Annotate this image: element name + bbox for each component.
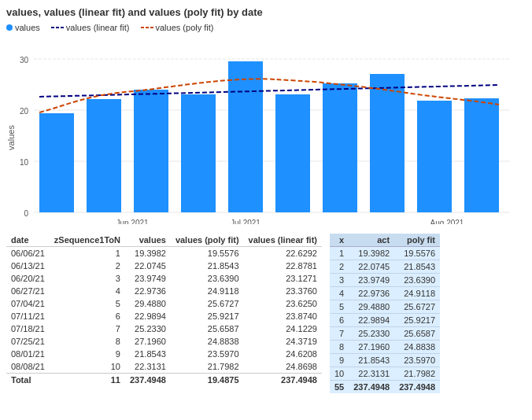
svg-text:0: 0 <box>24 209 28 218</box>
main-table-cell: 21.8543 <box>125 348 171 360</box>
main-table-cell: 22.0745 <box>125 260 171 272</box>
bar-1 <box>39 113 74 212</box>
main-table-cell: 23.3760 <box>244 285 322 297</box>
side-table-cell: 27.1960 <box>349 341 394 354</box>
bar-10 <box>464 98 499 212</box>
main-table-cell: 23.6390 <box>171 272 244 285</box>
svg-text:Aug 2021: Aug 2021 <box>430 219 464 224</box>
bar-5 <box>228 61 263 212</box>
side-table: x act poly fit 119.398219.5576222.074521… <box>330 234 440 393</box>
side-table-cell: 23.9749 <box>349 274 394 287</box>
side-table-cell: 22.9736 <box>349 287 394 300</box>
main-table-cell: 24.3719 <box>244 335 322 348</box>
main-table-cell: 8 <box>50 335 125 348</box>
side-table-cell: 24.9118 <box>394 287 440 300</box>
main-table-row: 06/06/21119.398219.557622.6292 <box>6 247 322 260</box>
main-table-row: 07/11/21622.989425.921723.8740 <box>6 310 322 322</box>
side-table-cell: 25.9217 <box>394 314 440 327</box>
col-seq: zSequence1ToN <box>50 234 125 247</box>
side-table-cell: 9 <box>330 354 349 367</box>
side-table-cell: 4 <box>330 287 349 300</box>
legend-values: values <box>6 23 40 32</box>
col-poly: values (poly fit) <box>171 234 244 247</box>
main-table-row: 08/08/211022.313121.798224.8698 <box>6 360 322 374</box>
side-table-row: 725.233025.6587 <box>330 327 440 341</box>
main-table-cell: 07/11/21 <box>6 310 50 322</box>
side-table-cell: 22.0745 <box>349 260 394 274</box>
side-table-row: 222.074521.8543 <box>330 260 440 274</box>
col-date: date <box>6 234 50 247</box>
main-table-total-cell: 237.4948 <box>244 374 322 387</box>
side-table-cell: 24.8838 <box>394 341 440 354</box>
main-table-row: 07/25/21827.196024.883824.3719 <box>6 335 322 348</box>
col-linear: values (linear fit) <box>244 234 322 247</box>
side-table-cell: 29.4880 <box>349 300 394 314</box>
main-table-cell: 22.6292 <box>244 247 322 260</box>
main-table-cell: 25.6587 <box>171 322 244 335</box>
main-table-cell: 07/04/21 <box>6 297 50 310</box>
main-table-cell: 22.3131 <box>125 360 171 374</box>
main-table-cell: 07/18/21 <box>6 322 50 335</box>
side-table-row: 622.989425.9217 <box>330 314 440 327</box>
side-table-cell: 6 <box>330 314 349 327</box>
bar-4 <box>181 94 216 212</box>
bar-9 <box>417 101 452 212</box>
main-table-cell: 06/20/21 <box>6 272 50 285</box>
side-col-act: act <box>349 234 394 247</box>
main-table-cell: 24.9118 <box>171 285 244 297</box>
svg-text:10: 10 <box>20 158 29 167</box>
main-table-cell: 5 <box>50 297 125 310</box>
bar-3 <box>134 90 168 212</box>
main-table-cell: 22.9894 <box>125 310 171 322</box>
main-table-row: 06/27/21422.973624.911823.3760 <box>6 285 322 297</box>
main-table-cell: 22.9736 <box>125 285 171 297</box>
legend-dot-values <box>6 24 13 31</box>
main-table-cell: 08/08/21 <box>6 360 50 374</box>
side-table-cell: 25.6587 <box>394 327 440 341</box>
side-table-cell: 22.9894 <box>349 314 394 327</box>
main-table-cell: 10 <box>50 360 125 374</box>
main-table-cell: 21.8543 <box>171 260 244 272</box>
tables-container: date zSequence1ToN values values (poly f… <box>6 234 526 393</box>
legend-label-linear: values (linear fit) <box>66 23 130 32</box>
main-table-row: 06/20/21323.974923.639023.1271 <box>6 272 322 285</box>
main-table-cell: 24.8838 <box>171 335 244 348</box>
main-table-row: 07/04/21529.488025.672723.6250 <box>6 297 322 310</box>
main-table-cell: 1 <box>50 247 125 260</box>
main-table-total-cell: 19.4875 <box>171 374 244 387</box>
main-table-cell: 06/13/21 <box>6 260 50 272</box>
side-table-cell: 2 <box>330 260 349 274</box>
svg-text:Jun 2021: Jun 2021 <box>116 219 149 224</box>
main-table-cell: 06/27/21 <box>6 285 50 297</box>
chart-title: values, values (linear fit) and values (… <box>6 6 526 18</box>
main-table-cell: 27.1960 <box>125 335 171 348</box>
side-table-cell: 5 <box>330 300 349 314</box>
legend-label-poly: values (poly fit) <box>156 23 214 32</box>
side-table-row: 827.196024.8838 <box>330 341 440 354</box>
legend-label-values: values <box>15 23 40 32</box>
side-table-cell: 21.8543 <box>349 354 394 367</box>
main-table-cell: 24.6208 <box>244 348 322 360</box>
main-table-cell: 9 <box>50 348 125 360</box>
main-table-cell: 19.5576 <box>171 247 244 260</box>
main-table-cell: 07/25/21 <box>6 335 50 348</box>
chart-svg: 0 10 20 30 values Jun 2021 <box>6 35 526 224</box>
main-table-total-cell: 11 <box>50 374 125 387</box>
main-table-cell: 23.5970 <box>171 348 244 360</box>
chart-area: 0 10 20 30 values Jun 2021 <box>6 35 526 224</box>
main-table-total-cell: Total <box>6 374 50 387</box>
legend-line-poly <box>141 24 153 31</box>
main-table-cell: 6 <box>50 310 125 322</box>
side-table-cell: 25.2330 <box>349 327 394 341</box>
side-table-total-row: 55237.4948237.4948 <box>330 381 440 394</box>
svg-text:30: 30 <box>20 56 29 64</box>
bar-8 <box>370 74 405 212</box>
side-table-row: 529.488025.6727 <box>330 300 440 314</box>
side-table-cell: 10 <box>330 367 349 381</box>
main-table-cell: 19.3982 <box>125 247 171 260</box>
bar-7 <box>323 83 357 212</box>
side-table-cell: 23.6390 <box>394 274 440 287</box>
main-table-total-cell: 237.4948 <box>125 374 171 387</box>
main-table-cell: 2 <box>50 260 125 272</box>
side-col-poly: poly fit <box>394 234 440 247</box>
